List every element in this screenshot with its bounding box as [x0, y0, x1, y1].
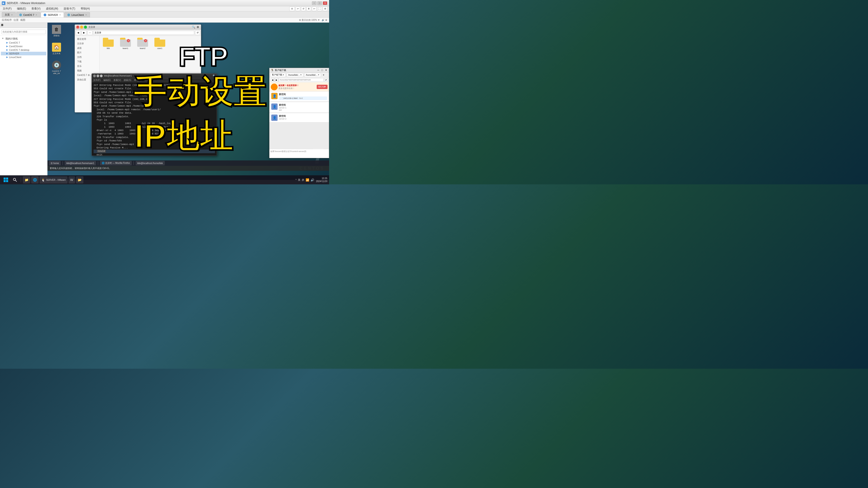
- new-tab-btn[interactable]: +: [322, 73, 325, 76]
- sidebar-item-centos-desktop[interactable]: ▶ CentOS 7 desktop: [1, 48, 46, 52]
- fm-refresh-btn[interactable]: ↺: [195, 31, 200, 35]
- chat-url-bar[interactable]: /home/kkk/%E6%88%80%E5%85%A5: [278, 78, 324, 82]
- tab-close-linuxclient[interactable]: ✕: [85, 14, 87, 16]
- term-menu-view[interactable]: 查看(V): [114, 78, 121, 82]
- sub-nav-screenshot[interactable]: 截图: [20, 18, 25, 22]
- close-btn[interactable]: ✕: [323, 1, 327, 5]
- systray-lang-en[interactable]: 英: [298, 178, 301, 182]
- sidebar-item-centos7[interactable]: ▶ CentOS 7: [1, 41, 46, 44]
- fm-sidebar-recent[interactable]: 最近使用: [76, 37, 98, 41]
- fm-sidebar-desktop[interactable]: 桌面: [76, 46, 98, 51]
- fm-maximize-btn[interactable]: +: [84, 26, 87, 29]
- tab-close-server[interactable]: ✕: [59, 14, 61, 16]
- toolbar-btn3[interactable]: ⬆: [307, 6, 311, 11]
- tree-my-computer-header[interactable]: ▼ 我的计算机: [1, 37, 46, 41]
- fm-up-btn[interactable]: ↑: [88, 31, 92, 35]
- desktop-icon-trash[interactable]: 🗑 回收站: [50, 25, 63, 37]
- vm-tb-terminal2[interactable]: kkk@localhost:/home/kkk: [135, 161, 165, 165]
- sidebar-search-input[interactable]: [1, 30, 46, 34]
- chat-tab-3-close[interactable]: ✕: [318, 74, 319, 76]
- menu-edit[interactable]: 编辑(E): [16, 7, 27, 11]
- folder-team2[interactable]: ✕ team2: [136, 38, 149, 50]
- ad-btn[interactable]: 领红包▶: [317, 85, 328, 89]
- chat-item-3[interactable]: 👤 群空间 server-2: [270, 113, 329, 123]
- chat-close-btn[interactable]: ✕: [324, 69, 328, 72]
- menu-vm[interactable]: 虚拟机(M): [45, 7, 59, 11]
- tab-home[interactable]: 主页 ✕: [2, 12, 16, 18]
- fm-close-btn[interactable]: ✕: [76, 26, 79, 29]
- taskbar-search-btn[interactable]: [11, 176, 19, 184]
- fm-address-bar[interactable]: [93, 31, 194, 35]
- toolbar-btn1[interactable]: ↩: [296, 6, 300, 11]
- fm-sidebar-music[interactable]: 音乐: [76, 64, 98, 68]
- fm-minimize-btn[interactable]: −: [80, 26, 83, 29]
- chat-item-2[interactable]: 👤 群空间 server-1 ext: [270, 102, 329, 113]
- menu-help[interactable]: 帮助(H): [80, 7, 91, 11]
- toolbar-fullscreen[interactable]: ⛶: [317, 6, 322, 11]
- menu-file[interactable]: 文件(F): [2, 7, 12, 11]
- vm-tb-firefox[interactable]: 🌐 北京时 — Mozilla Firefox: [100, 161, 132, 165]
- vm-display[interactable]: 🗑 回收站 🏠 主文件夹 💿 CentOS 7 x86_64 ✕ −: [48, 23, 329, 180]
- term-minimize-btn[interactable]: [93, 74, 96, 77]
- systray-lang-cn[interactable]: 拼: [302, 178, 304, 182]
- fm-back-btn[interactable]: ◀: [76, 31, 81, 35]
- fm-search-icon[interactable]: 🔍: [192, 26, 195, 29]
- fm-settings-icon[interactable]: ⚙: [196, 26, 199, 29]
- folder-user1[interactable]: user1: [153, 38, 166, 50]
- chat-forward-btn[interactable]: ▶: [274, 78, 278, 82]
- systray-volume-icon[interactable]: 🔊: [311, 178, 314, 182]
- taskbar-btn-edge[interactable]: 🌐: [31, 176, 39, 184]
- start-button[interactable]: [2, 176, 10, 184]
- chat-refresh-btn[interactable]: ↺: [324, 78, 328, 82]
- vm-tb-terminal1[interactable]: kkk@localhost:/home/user1: [65, 161, 96, 165]
- term-close-btn[interactable]: [100, 74, 103, 77]
- desktop-icon-home[interactable]: 🏠 主文件夹: [50, 43, 63, 55]
- tab-close-home[interactable]: ✕: [11, 14, 13, 16]
- taskbar-btn-explorer[interactable]: 📁: [23, 176, 30, 184]
- term-menu-edit[interactable]: 编辑(E): [103, 78, 111, 82]
- term-search-icon[interactable]: 🔍: [213, 74, 215, 77]
- tab-centos7[interactable]: CentOS 7 ✕: [16, 12, 40, 18]
- fm-sidebar-downloads[interactable]: 下载: [76, 59, 98, 64]
- toolbar-btn2[interactable]: ↺: [301, 6, 306, 11]
- tab-close-centos7[interactable]: ✕: [35, 14, 37, 16]
- toolbar-btn4[interactable]: ↩: [312, 6, 316, 11]
- tab-linuxclient[interactable]: LinuxClient ✕: [64, 12, 90, 18]
- chat-item-1[interactable]: 👤 群空间 📄 24/11/18-1.html html: [270, 92, 329, 102]
- sidebar-item-server[interactable]: ▶ SERVER: [1, 52, 46, 55]
- chat-tab-2-close[interactable]: ✕: [300, 74, 302, 76]
- chat-back-btn[interactable]: ◀: [270, 78, 274, 82]
- taskbar-clock[interactable]: 10:35 2024/11/20: [316, 177, 327, 183]
- term-menu-terminal[interactable]: 终端(T): [134, 78, 142, 82]
- toolbar-btn5[interactable]: ⚙: [323, 6, 327, 11]
- term-content[interactable]: 227 Entering Passive Mode (192,168,232,1…: [92, 82, 217, 156]
- taskbar-btn-wps[interactable]: W: [68, 176, 75, 184]
- menu-tabs[interactable]: 选项卡(T): [63, 7, 76, 11]
- term-maximize-btn[interactable]: [96, 74, 99, 77]
- term-menu-file[interactable]: 文件(F): [93, 78, 101, 82]
- taskbar-btn-files[interactable]: 📂: [76, 176, 84, 184]
- minimize-btn[interactable]: ─: [312, 1, 316, 5]
- term-menu-help[interactable]: 帮助(H): [144, 78, 152, 82]
- chat-tab-1-close[interactable]: ✕: [283, 74, 284, 76]
- chat-tab-2[interactable]: /home/kkk/... ✕: [287, 73, 303, 77]
- tab-server[interactable]: SERVER ✕: [41, 12, 64, 18]
- folder-team1[interactable]: ✕ team1: [119, 38, 132, 50]
- fm-sidebar-pics[interactable]: 图片: [76, 51, 98, 55]
- taskbar-btn-vmware[interactable]: 🐧 SERVER - VMware: [39, 176, 68, 184]
- desktop-icon-dvd[interactable]: 💿 CentOS 7 x86_64: [50, 61, 63, 74]
- menu-view[interactable]: 查看(V): [31, 7, 41, 11]
- chat-tab-1[interactable]: 客户端下载 ✕: [270, 73, 286, 77]
- sidebar-item-centosmini[interactable]: ▶ CentOSmini: [1, 44, 46, 48]
- vm-tb-home[interactable]: ☰ home: [49, 161, 61, 165]
- pause-btn[interactable]: ⏸: [289, 6, 295, 11]
- term-menu-search[interactable]: 搜索(S): [124, 78, 131, 82]
- chat-maximize-btn[interactable]: □: [320, 69, 324, 72]
- sub-nav-apps[interactable]: 应用程序: [2, 18, 12, 22]
- fm-forward-btn[interactable]: ▶: [82, 31, 87, 35]
- maximize-btn[interactable]: □: [317, 1, 322, 5]
- sub-nav-places[interactable]: 位置: [13, 18, 19, 22]
- systray-expand[interactable]: ^: [296, 179, 297, 181]
- sidebar-item-linuxclient[interactable]: ▶ LinuxClient: [1, 55, 46, 59]
- fm-sidebar-home[interactable]: 主目录: [76, 41, 98, 46]
